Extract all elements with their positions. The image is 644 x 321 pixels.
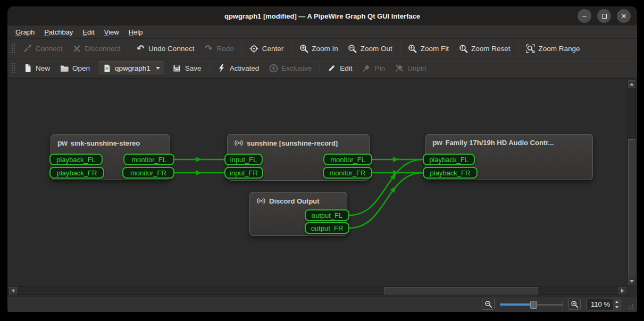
zoom-spinbox[interactable]: 110 % [586, 299, 621, 310]
zoom-value: 110 % [587, 299, 613, 310]
maximize-icon [602, 14, 607, 19]
zoom-range-button[interactable]: Zoom Range [521, 41, 585, 56]
arrow-left-icon [12, 289, 14, 293]
pipewire-icon: pw [432, 138, 442, 147]
connect-button: Connect [18, 41, 67, 56]
port-sunshine-monitor-fr[interactable]: monitor_FR [323, 167, 372, 179]
redo-button: ↷ Redo [199, 41, 238, 56]
port-sink-playback-fr[interactable]: playback_FR [49, 167, 104, 179]
zoom-slider[interactable] [500, 300, 563, 309]
zoom-out-icon [348, 44, 357, 53]
toolbar-separator [209, 62, 210, 74]
menu-graph[interactable]: Graph [11, 26, 39, 38]
zoom-slider-handle[interactable] [530, 301, 537, 309]
center-button[interactable]: Center [245, 41, 289, 56]
new-file-icon [23, 63, 32, 73]
arrow-up-icon [630, 83, 634, 86]
disconnect-button: Disconnect [67, 41, 125, 56]
disconnect-icon [72, 44, 81, 53]
vertical-scrollbar-thumb[interactable] [628, 139, 635, 276]
arrow-right-icon [621, 289, 624, 293]
stream-icon [234, 138, 244, 148]
zoom-fit-icon [408, 44, 417, 53]
pin-icon [362, 63, 371, 73]
toolbar-drag-handle[interactable] [11, 43, 15, 54]
node-title: sink-sunshine-stereo [70, 139, 140, 147]
chevron-down-icon [156, 67, 160, 70]
toolbar-separator [400, 42, 400, 55]
arrow-up-icon [615, 301, 618, 303]
zoom-in-button[interactable]: Zoom In [294, 41, 343, 56]
save-button[interactable]: Save [168, 61, 206, 75]
pin-button: Pin [357, 61, 390, 75]
node-title: Discord Output [269, 197, 320, 205]
scroll-left-button[interactable] [9, 287, 17, 294]
window-controls: – ✕ [578, 9, 631, 23]
scroll-right-button[interactable] [618, 287, 626, 294]
zoom-slider-fill [500, 303, 533, 306]
activated-button[interactable]: Activated [212, 61, 264, 75]
toolbar-separator [518, 42, 518, 55]
port-sink-playback-fl[interactable]: playback_FL [49, 154, 103, 165]
qpwgraph-window: qpwgraph1 [modified] — A PipeWire Graph … [7, 6, 637, 312]
port-sink-monitor-fl[interactable]: monitor_FL [123, 154, 174, 165]
horizontal-scrollbar-thumb[interactable] [384, 287, 538, 294]
port-sunshine-monitor-fl[interactable]: monitor_FL [323, 154, 372, 165]
toolbar-patchbay: New Open qpwgraph1 Save [7, 58, 637, 78]
center-icon [249, 44, 259, 53]
port-sunshine-input-fl[interactable]: input_FL [224, 154, 263, 165]
patchbay-file-icon [102, 63, 112, 73]
menu-edit[interactable]: Edit [78, 26, 99, 38]
port-sunshine-input-fr[interactable]: input_FR [224, 167, 263, 179]
vertical-scrollbar[interactable] [628, 80, 636, 286]
zoom-reset-button[interactable]: Zoom Reset [454, 41, 515, 56]
scroll-down-button[interactable] [628, 277, 635, 285]
connect-icon [23, 44, 32, 53]
menu-view[interactable]: View [99, 26, 124, 38]
new-button[interactable]: New [18, 61, 55, 75]
screen: qpwgraph1 [modified] — A PipeWire Graph … [0, 0, 644, 321]
menu-help[interactable]: Help [124, 26, 148, 38]
zoom-out-button[interactable]: Zoom Out [343, 41, 397, 56]
window-title: qpwgraph1 [modified] — A PipeWire Graph … [7, 12, 637, 20]
zoom-fit-button[interactable]: Zoom Fit [403, 41, 454, 56]
unpin-icon [395, 63, 404, 73]
patchbay-selector[interactable]: qpwgraph1 [98, 61, 164, 75]
zoom-in-icon [571, 300, 579, 308]
edit-pencil-icon [327, 63, 337, 73]
scroll-up-button[interactable] [628, 80, 635, 88]
exclusive-button: Exclusive [264, 61, 316, 75]
exclusive-bolt-icon [269, 63, 278, 73]
minimize-button[interactable]: – [578, 9, 591, 23]
port-discord-output-fr[interactable]: output_FR [305, 222, 349, 234]
statusbar-zoom-out-button[interactable] [482, 299, 495, 310]
undo-connect-button[interactable]: ↶ Undo Connect [131, 41, 199, 56]
titlebar[interactable]: qpwgraph1 [modified] — A PipeWire Graph … [7, 6, 637, 26]
cable-discord-output-fr-to-family-playback-fr[interactable] [349, 173, 423, 228]
zoom-range-icon [526, 44, 536, 53]
arrow-down-icon [615, 306, 618, 308]
port-sink-monitor-fr[interactable]: monitor_FR [122, 167, 174, 179]
statusbar-zoom-in-button[interactable] [568, 299, 581, 310]
horizontal-scrollbar[interactable] [9, 286, 627, 295]
open-button[interactable]: Open [55, 61, 95, 75]
menubar: Graph Patchbay Edit View Help [7, 26, 637, 39]
statusbar: 110 % [7, 296, 637, 312]
open-folder-icon [60, 63, 69, 73]
edit-button[interactable]: Edit [322, 61, 357, 75]
graph-canvas[interactable]: pw sink-sunshine-stereo sunshine [sunshi… [7, 78, 637, 296]
maximize-button[interactable] [597, 9, 611, 23]
redo-icon: ↷ [204, 44, 213, 53]
toolbar-separator [128, 42, 128, 55]
toolbar-separator [291, 42, 291, 55]
spin-up-button[interactable] [613, 299, 621, 305]
pipewire-icon: pw [57, 139, 67, 147]
port-family-playback-fl[interactable]: playback_FL [423, 154, 475, 165]
spin-down-button[interactable] [613, 305, 621, 310]
port-discord-output-fl[interactable]: output_FL [305, 209, 349, 221]
close-button[interactable]: ✕ [617, 9, 631, 23]
menu-patchbay[interactable]: Patchbay [39, 26, 78, 38]
port-family-playback-fr[interactable]: playback_FR [423, 167, 478, 179]
resize-grip[interactable] [627, 303, 634, 310]
toolbar-drag-handle[interactable] [11, 62, 15, 74]
